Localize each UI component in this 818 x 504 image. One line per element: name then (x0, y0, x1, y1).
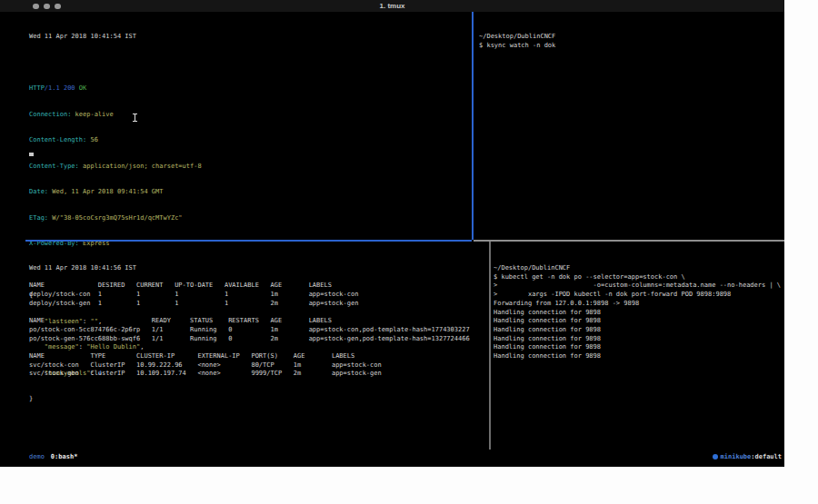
tmux-status-bar: demo0:bash* minikube:default (29, 452, 782, 461)
kubectl-get-output: Wed 11 Apr 2018 10:41:56 IST NAME DESIRE… (29, 264, 484, 379)
kubernetes-helm-icon (713, 454, 718, 460)
http-reason: OK (75, 84, 87, 92)
header-value: Wed, 11 Apr 2018 09:41:54 GMT (48, 188, 163, 195)
terminal-window: 1. tmux Wed 11 Apr 2018 10:41:54 IST HTT… (0, 0, 784, 467)
kube-namespace: :default (751, 452, 782, 461)
response-header: Connection: keep-alive (29, 111, 465, 120)
header-name: Content-Length: (29, 136, 86, 143)
tmux-terminal: Wed 11 Apr 2018 10:41:54 IST HTTP/1.1 20… (0, 12, 784, 467)
http-protocol: HTTP (29, 84, 45, 92)
response-header: Content-Type: application/json; charset=… (29, 163, 465, 172)
http-status-line: HTTP/1.1 200 OK (29, 84, 465, 94)
port-forward-output: ~/Desktop/DublinCNCF $ kubectl get -n do… (494, 264, 783, 361)
response-header: Content-Length: 56 (29, 136, 465, 145)
blank-line (29, 421, 465, 430)
response-header: Date: Wed, 11 Apr 2018 09:41:54 GMT (29, 188, 465, 197)
header-name: ETag: (29, 214, 48, 222)
pane-border-vertical-bottom[interactable] (489, 242, 491, 450)
kube-context: minikube (721, 452, 752, 461)
window-title: 1. tmux (0, 2, 784, 10)
header-value: 56 (86, 136, 98, 143)
pane-border-horizontal-active[interactable] (25, 240, 472, 242)
pane-border-horizontal-inactive[interactable] (474, 240, 784, 242)
status-right: minikube:default (713, 452, 782, 461)
header-name: Date: (29, 188, 48, 195)
pane-border-vertical-top[interactable] (472, 12, 474, 240)
header-name: Connection: (29, 111, 71, 118)
blank-line (29, 59, 465, 68)
pane-kubectl-get[interactable]: Wed 11 Apr 2018 10:41:56 IST NAME DESIRE… (29, 247, 484, 396)
header-name: Content-Type: (29, 163, 79, 170)
header-value: keep-alive (71, 111, 113, 118)
mouse-ibeam-cursor (133, 114, 137, 122)
ksync-output: ~/Desktop/DublinCNCF $ ksync watch -n do… (479, 33, 779, 50)
header-value: application/json; charset=utf-8 (79, 163, 202, 170)
http-version-code: /1.1 200 (45, 84, 75, 92)
session-name: demo (29, 453, 45, 460)
screen: 1. tmux Wed 11 Apr 2018 10:41:54 IST HTT… (0, 0, 818, 504)
terminal-cursor (29, 153, 34, 156)
timestamp: Wed 11 Apr 2018 10:41:54 IST (29, 33, 465, 42)
pane-ksync[interactable]: ~/Desktop/DublinCNCF $ ksync watch -n do… (479, 15, 779, 67)
header-value: W/"38-05coCsrg3mQ75sHr1d/qcMTwYZc" (48, 214, 183, 222)
pane-port-forward[interactable]: ~/Desktop/DublinCNCF $ kubectl get -n do… (494, 247, 783, 379)
response-header: ETag: W/"38-05coCsrg3mQ75sHr1d/qcMTwYZc" (29, 214, 465, 223)
status-window-label[interactable]: 0:bash* (51, 453, 78, 460)
window-titlebar[interactable]: 1. tmux (0, 0, 784, 12)
json-close-brace: } (29, 395, 465, 404)
